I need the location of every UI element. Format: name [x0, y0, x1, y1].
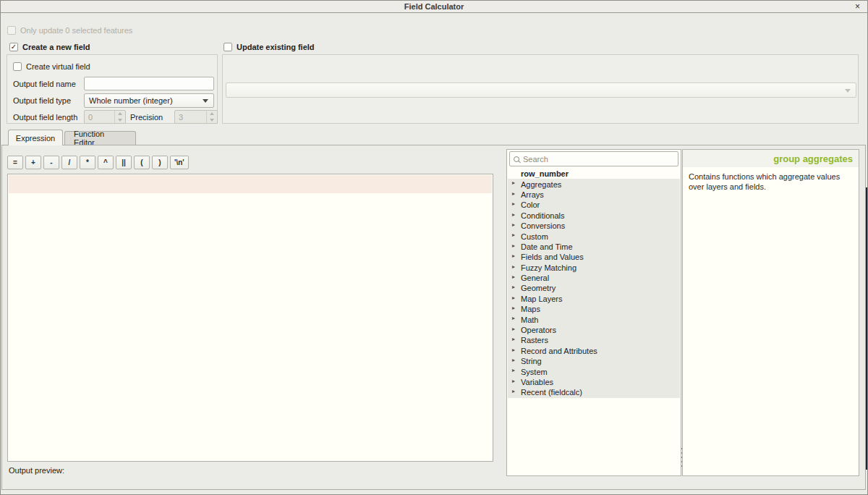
- tree-item-geometry[interactable]: ▸Geometry: [508, 283, 680, 293]
- function-help-panel: group aggregates Contains functions whic…: [682, 149, 859, 476]
- expander-icon[interactable]: ▸: [512, 242, 515, 249]
- operator-button-row: = + - / * ^ || ( ) '\n': [7, 156, 189, 169]
- tree-item-date-and-time[interactable]: ▸Date and Time: [508, 242, 680, 252]
- expander-icon[interactable]: ▸: [512, 336, 515, 342]
- close-icon[interactable]: ×: [855, 1, 860, 12]
- minus-operator-button[interactable]: -: [43, 156, 59, 169]
- output-field-length-value: 0: [88, 113, 93, 122]
- expander-icon[interactable]: ▸: [512, 326, 515, 332]
- expander-icon[interactable]: ▸: [512, 284, 515, 290]
- output-field-length-spinner: 0: [84, 110, 126, 124]
- expander-icon[interactable]: ▸: [512, 200, 515, 207]
- dropdown-arrow-icon: [845, 89, 851, 93]
- spin-up-icon: [115, 111, 125, 117]
- multiply-operator-button[interactable]: *: [80, 156, 95, 169]
- tab-expression-label: Expression: [16, 134, 55, 143]
- tab-expression[interactable]: Expression: [8, 130, 63, 145]
- create-virtual-field-label: Create virtual field: [26, 62, 90, 71]
- divide-operator-button[interactable]: /: [61, 156, 77, 169]
- expander-icon[interactable]: ▸: [512, 347, 515, 353]
- expander-icon[interactable]: ▸: [512, 190, 515, 197]
- tab-function-editor[interactable]: Function Editor: [64, 131, 136, 145]
- search-icon: [514, 156, 519, 162]
- tree-item-fields-and-values[interactable]: ▸Fields and Values: [508, 252, 680, 262]
- update-existing-field-checkbox[interactable]: Update existing field: [224, 43, 315, 51]
- function-list-panel: row_number ▸Aggregates ▸Arrays ▸Color ▸C…: [506, 149, 681, 476]
- expression-tab-panel: = + - / * ^ || ( ) '\n' row_number ▸Aggr…: [1, 145, 866, 490]
- only-update-selected-checkbox: Only update 0 selected features: [7, 26, 132, 35]
- expander-icon[interactable]: ▸: [512, 315, 515, 321]
- output-preview-label: Output preview:: [9, 466, 64, 475]
- update-existing-field-group: [222, 54, 859, 124]
- tree-item-arrays[interactable]: ▸Arrays: [508, 190, 680, 200]
- create-virtual-field-checkbox[interactable]: Create virtual field: [13, 62, 90, 71]
- expander-icon[interactable]: ▸: [512, 221, 515, 228]
- checkbox-icon: [7, 26, 16, 35]
- tree-item-row-number[interactable]: row_number: [508, 169, 680, 179]
- output-field-name-input[interactable]: [84, 77, 214, 90]
- tree-item-maps[interactable]: ▸Maps: [508, 304, 680, 314]
- expander-icon[interactable]: ▸: [512, 211, 515, 218]
- spin-down-icon: [115, 117, 125, 124]
- tree-item-aggregates[interactable]: ▸Aggregates: [508, 179, 680, 189]
- tree-item-system[interactable]: ▸System: [508, 366, 680, 376]
- tree-item-color[interactable]: ▸Color: [508, 200, 680, 210]
- tree-item-conversions[interactable]: ▸Conversions: [508, 221, 680, 231]
- close-paren-button[interactable]: ): [152, 156, 168, 169]
- help-title: group aggregates: [683, 150, 859, 167]
- dialog-title: Field Calculator: [404, 2, 464, 11]
- tree-item-variables[interactable]: ▸Variables: [508, 377, 680, 387]
- tree-item-math[interactable]: ▸Math: [508, 314, 680, 324]
- tree-item-operators[interactable]: ▸Operators: [508, 325, 680, 335]
- create-new-field-group: Create virtual field Output field name O…: [7, 54, 218, 124]
- tree-item-recent-fieldcalc[interactable]: ▸Recent (fieldcalc): [508, 387, 680, 397]
- tree-item-rasters[interactable]: ▸Rasters: [508, 335, 680, 345]
- precision-spinner: 3: [174, 110, 218, 124]
- search-input[interactable]: [523, 155, 674, 164]
- output-field-name-label: Output field name: [13, 80, 76, 88]
- tree-item-map-layers[interactable]: ▸Map Layers: [508, 294, 680, 304]
- tree-item-conditionals[interactable]: ▸Conditionals: [508, 211, 680, 221]
- newline-button[interactable]: '\n': [170, 156, 189, 169]
- current-line-highlight: [9, 175, 492, 193]
- tree-item-custom[interactable]: ▸Custom: [508, 231, 680, 241]
- open-paren-button[interactable]: (: [134, 156, 150, 169]
- expander-icon[interactable]: ▸: [512, 388, 515, 394]
- power-operator-button[interactable]: ^: [98, 156, 114, 169]
- output-field-type-label: Output field type: [13, 96, 71, 105]
- tree-item-general[interactable]: ▸General: [508, 273, 680, 283]
- existing-field-select: [226, 82, 856, 98]
- output-field-length-label: Output field length: [13, 113, 77, 122]
- title-bar: Field Calculator ×: [1, 1, 867, 13]
- output-field-type-select[interactable]: Whole number (integer): [84, 93, 214, 108]
- expander-icon[interactable]: ▸: [512, 367, 515, 373]
- spin-up-icon: [207, 111, 217, 117]
- precision-value: 3: [179, 113, 183, 122]
- equals-operator-button[interactable]: =: [7, 156, 23, 169]
- function-tree: row_number ▸Aggregates ▸Arrays ▸Color ▸C…: [508, 169, 680, 475]
- expander-icon[interactable]: ▸: [512, 357, 515, 363]
- checkbox-icon: [224, 43, 232, 51]
- concat-operator-button[interactable]: ||: [116, 156, 132, 169]
- create-new-field-checkbox[interactable]: ✓ Create a new field: [9, 43, 90, 51]
- tree-item-fuzzy-matching[interactable]: ▸Fuzzy Matching: [508, 263, 680, 273]
- expander-icon[interactable]: ▸: [512, 232, 515, 238]
- expander-icon[interactable]: ▸: [512, 253, 515, 259]
- output-field-type-value: Whole number (integer): [89, 96, 173, 105]
- only-update-selected-label: Only update 0 selected features: [20, 26, 132, 35]
- field-calculator-dialog: Field Calculator × Only update 0 selecte…: [0, 0, 868, 495]
- tree-item-string[interactable]: ▸String: [508, 356, 680, 366]
- expander-icon[interactable]: ▸: [512, 295, 515, 301]
- plus-operator-button[interactable]: +: [25, 156, 41, 169]
- expander-icon[interactable]: ▸: [512, 263, 515, 270]
- dropdown-arrow-icon: [203, 99, 208, 103]
- expander-icon[interactable]: ▸: [512, 378, 515, 384]
- function-search-box[interactable]: [509, 151, 678, 166]
- expander-icon[interactable]: ▸: [512, 179, 515, 186]
- expander-icon[interactable]: ▸: [512, 305, 515, 311]
- expression-editor[interactable]: [7, 174, 493, 462]
- create-new-field-label: Create a new field: [22, 43, 90, 51]
- tree-item-record-and-attributes[interactable]: ▸Record and Attributes: [508, 346, 680, 356]
- checkbox-checked-icon: ✓: [9, 43, 18, 51]
- expander-icon[interactable]: ▸: [512, 274, 515, 280]
